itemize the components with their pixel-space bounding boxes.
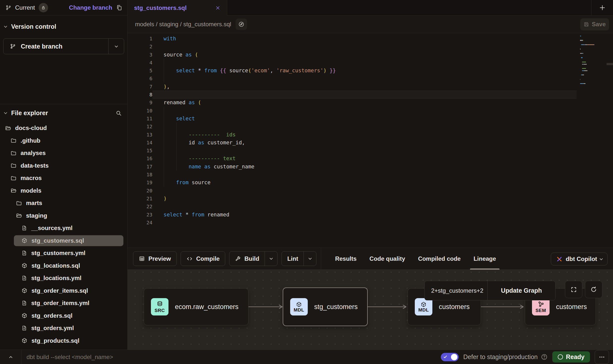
code-line-1[interactable]: 1with	[128, 35, 613, 43]
close-tab-icon[interactable]	[215, 5, 221, 11]
create-branch-button[interactable]: Create branch	[3, 38, 124, 54]
file-stg-locations-sql[interactable]: stg_locations.sql	[0, 260, 127, 272]
code-line-18[interactable]: 18	[128, 171, 613, 179]
minimap[interactable]	[577, 33, 613, 248]
tab-lineage[interactable]: Lineage	[474, 248, 496, 269]
cube-icon	[420, 301, 427, 308]
copilot-compass-icon[interactable]	[236, 19, 247, 30]
code-text: select	[152, 115, 577, 123]
code-line-12[interactable]: 12	[128, 123, 613, 130]
file-icon	[21, 300, 27, 306]
fullscreen-button[interactable]	[565, 281, 582, 298]
file-github[interactable]: .github	[0, 134, 127, 147]
file-stg-orders-sql[interactable]: stg_orders.sql	[0, 310, 127, 322]
code-line-6[interactable]: 6	[128, 75, 613, 82]
tab-code-quality[interactable]: Code quality	[369, 248, 405, 269]
change-branch-link[interactable]: Change branch	[69, 4, 112, 11]
file-macros[interactable]: macros	[0, 172, 127, 184]
build-button[interactable]: Build	[229, 251, 278, 266]
new-tab-button[interactable]	[591, 0, 613, 15]
line-number: 4	[128, 59, 152, 67]
code-line-17[interactable]: 17 name as customer_name	[128, 163, 613, 171]
file-marts[interactable]: marts	[0, 197, 127, 209]
lint-button[interactable]: Lint	[281, 251, 316, 266]
file-docs-cloud[interactable]: docs-cloud	[0, 122, 127, 134]
file-stg-order-items-sql[interactable]: stg_order_items.sql	[0, 285, 127, 297]
code-line-3[interactable]: 3source as (	[128, 51, 613, 59]
code-line-5[interactable]: 5 select * from {{ source('ecom', 'raw_c…	[128, 67, 613, 75]
code-line-23[interactable]: 23select * from renamed	[128, 211, 613, 219]
folder-icon	[10, 162, 17, 169]
code-line-21[interactable]: 21)	[128, 195, 613, 203]
file-data-tests[interactable]: data-tests	[0, 159, 127, 172]
file-icon	[21, 250, 27, 256]
file-stg-orders-yml[interactable]: stg_orders.yml	[0, 322, 127, 335]
search-icon[interactable]	[115, 110, 122, 116]
lineage-node-src-ecom-raw-customers[interactable]: SRCecom.raw_customers	[144, 288, 249, 325]
file-stg-order-items-yml[interactable]: stg_order_items.yml	[0, 297, 127, 310]
code-text	[152, 75, 577, 82]
compile-button[interactable]: Compile	[181, 251, 225, 266]
code-line-14[interactable]: 14 id as customer_id,	[128, 139, 613, 147]
file-analyses[interactable]: analyses	[0, 147, 127, 159]
code-line-8[interactable]: 8	[128, 91, 613, 99]
preview-button[interactable]: Preview	[133, 251, 177, 266]
file-models[interactable]: models	[0, 184, 127, 197]
build-dropdown[interactable]	[265, 252, 277, 266]
file-label: stg_order_items.sql	[31, 287, 88, 294]
lint-dropdown[interactable]	[304, 252, 316, 266]
file-stg-customers-sql[interactable]: stg_customers.sql	[0, 234, 127, 247]
tab-strip-empty	[227, 0, 613, 16]
tab-stg-customers-sql[interactable]: stg_customers.sql	[128, 0, 227, 16]
lineage-selector-input[interactable]	[425, 287, 487, 294]
file-explorer-header[interactable]: File explorer	[0, 104, 127, 122]
file-staging[interactable]: staging	[0, 209, 127, 222]
indent-guide	[164, 59, 164, 83]
dbt-copilot-button[interactable]: dbt Copilot	[551, 253, 608, 265]
line-number: 14	[128, 139, 152, 147]
code-line-19[interactable]: 19 from source	[128, 179, 613, 186]
file-sources-yml[interactable]: __sources.yml	[0, 222, 127, 234]
tab-results[interactable]: Results	[335, 248, 357, 269]
ide-status-button[interactable]: Ready	[552, 351, 590, 363]
expand-command-bar-button[interactable]	[0, 355, 21, 359]
file-stg-customers-yml[interactable]: stg_customers.yml	[0, 247, 127, 260]
file-stg-locations-yml[interactable]: stg_locations.yml	[0, 272, 127, 285]
git-branch-icon	[10, 43, 16, 49]
help-icon[interactable]	[541, 354, 548, 360]
line-number: 23	[128, 211, 152, 219]
version-control-header[interactable]: Version control	[0, 21, 127, 32]
lineage-node-mdl-stg-customers[interactable]: MDLstg_customers	[283, 287, 368, 326]
code-text: select * from renamed	[152, 211, 577, 219]
refresh-graph-button[interactable]	[585, 281, 602, 298]
line-number: 20	[128, 187, 152, 195]
code-editor[interactable]: 1with23source as (45 select * from {{ so…	[128, 33, 613, 248]
save-button[interactable]: Save	[580, 18, 609, 30]
more-options-button[interactable]	[595, 350, 609, 364]
create-branch-dropdown[interactable]	[108, 39, 124, 54]
update-graph-button[interactable]: Update Graph	[488, 287, 555, 294]
code-line-22[interactable]: 22	[128, 203, 613, 210]
code-line-2[interactable]: 2	[128, 43, 613, 51]
code-line-11[interactable]: 11 select	[128, 115, 613, 123]
copy-branch-icon[interactable]	[116, 4, 122, 11]
command-input-placeholder[interactable]: dbt build --select <model_name>	[27, 354, 113, 361]
code-line-24[interactable]: 24	[128, 219, 613, 227]
code-line-7[interactable]: 7),	[128, 83, 613, 91]
defer-toggle[interactable]	[441, 353, 459, 361]
file-label: models	[21, 187, 41, 194]
tab-compiled-code[interactable]: Compiled code	[418, 248, 461, 269]
model-icon	[21, 287, 28, 294]
code-line-15[interactable]: 15	[128, 147, 613, 155]
code-line-4[interactable]: 4	[128, 59, 613, 67]
git-branch-icon	[5, 5, 11, 11]
lineage-canvas[interactable]: SRCecom.raw_customersMDLstg_customersMDL…	[128, 270, 613, 350]
code-line-10[interactable]: 10	[128, 107, 613, 115]
code-line-20[interactable]: 20	[128, 187, 613, 195]
folder-icon	[10, 137, 17, 144]
sidebar: Current Change branch Version control Cr…	[0, 0, 128, 350]
code-line-13[interactable]: 13 ---------- ids	[128, 131, 613, 139]
file-stg-products-sql[interactable]: stg_products.sql	[0, 335, 127, 347]
code-line-9[interactable]: 9renamed as (	[128, 99, 613, 106]
code-line-16[interactable]: 16 ---------- text	[128, 155, 613, 162]
